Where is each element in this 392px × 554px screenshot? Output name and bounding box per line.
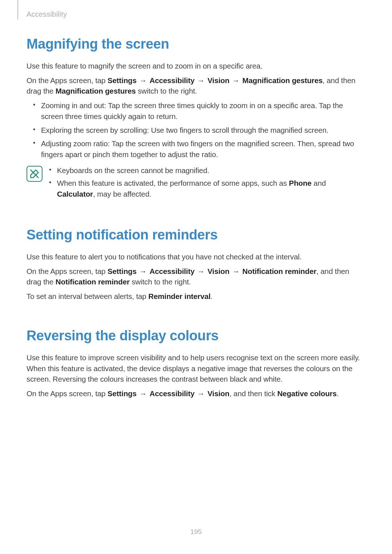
- nav-settings: Settings: [107, 389, 136, 398]
- magnify-nav-path: On the Apps screen, tap Settings → Acces…: [26, 75, 366, 97]
- text: On the Apps screen, tap: [26, 267, 107, 275]
- app-calculator: Calculator: [57, 190, 93, 198]
- text: switch to the right.: [136, 87, 197, 95]
- nav-settings: Settings: [107, 76, 136, 85]
- text: On the Apps screen, tap: [26, 76, 107, 85]
- text: , may be affected.: [93, 190, 151, 198]
- text: , and then tick: [229, 389, 277, 398]
- heading-magnify: Magnifying the screen: [26, 36, 366, 52]
- nav-settings: Settings: [107, 267, 136, 275]
- list-item: Adjusting zoom ratio: Tap the screen wit…: [41, 138, 366, 160]
- arrow-icon: →: [197, 266, 205, 277]
- nav-vision: Vision: [208, 76, 230, 85]
- page-number: 195: [0, 528, 392, 536]
- note-item: Keyboards on the screen cannot be magnif…: [57, 165, 366, 176]
- nav-accessibility: Accessibility: [150, 267, 195, 275]
- magnify-intro: Use this feature to magnify the screen a…: [26, 61, 366, 71]
- list-item: Zooming in and out: Tap the screen three…: [41, 100, 366, 122]
- breadcrumb: Accessibility: [26, 10, 67, 19]
- nav-notification-reminder-switch: Notification reminder: [56, 278, 130, 286]
- nav-accessibility: Accessibility: [150, 389, 195, 398]
- note-item: When this feature is activated, the perf…: [57, 178, 366, 199]
- heading-reminders: Setting notification reminders: [26, 227, 366, 243]
- nav-magnification-gestures-switch: Magnification gestures: [56, 87, 136, 95]
- reverse-intro: Use this feature to improve screen visib…: [26, 352, 366, 385]
- text: .: [337, 389, 339, 398]
- nav-accessibility: Accessibility: [150, 76, 195, 85]
- reminders-nav-path: On the Apps screen, tap Settings → Acces…: [26, 266, 366, 287]
- note-block: Keyboards on the screen cannot be magnif…: [26, 165, 366, 202]
- nav-vision: Vision: [208, 389, 230, 398]
- header-vertical-rule: [17, 0, 18, 20]
- arrow-icon: →: [139, 388, 147, 399]
- text: When this feature is activated, the perf…: [57, 179, 289, 187]
- reminder-interval: Reminder interval: [148, 292, 211, 300]
- text: and: [311, 179, 326, 187]
- arrow-icon: →: [197, 388, 205, 399]
- arrow-icon: →: [232, 75, 240, 86]
- nav-negative-colours: Negative colours: [277, 389, 337, 398]
- note-icon: [26, 166, 42, 182]
- nav-magnification-gestures: Magnification gestures: [242, 76, 323, 85]
- page-content: Magnifying the screen Use this feature t…: [26, 36, 366, 403]
- arrow-icon: →: [139, 75, 147, 86]
- text: .: [211, 292, 213, 300]
- reminders-intro: Use this feature to alert you to notific…: [26, 251, 366, 262]
- text: To set an interval between alerts, tap: [26, 292, 148, 300]
- list-item: Exploring the screen by scrolling: Use t…: [41, 125, 366, 136]
- heading-reverse-colours: Reversing the display colours: [26, 328, 366, 344]
- arrow-icon: →: [139, 266, 147, 277]
- nav-notification-reminder: Notification reminder: [242, 267, 317, 275]
- note-content: Keyboards on the screen cannot be magnif…: [49, 165, 366, 202]
- reminders-interval: To set an interval between alerts, tap R…: [26, 291, 366, 302]
- reverse-nav-path: On the Apps screen, tap Settings → Acces…: [26, 388, 366, 399]
- nav-vision: Vision: [208, 267, 230, 275]
- text: switch to the right.: [130, 278, 191, 286]
- app-phone: Phone: [289, 179, 311, 187]
- magnify-bullet-list: Zooming in and out: Tap the screen three…: [26, 100, 366, 160]
- arrow-icon: →: [232, 266, 240, 277]
- arrow-icon: →: [197, 75, 205, 86]
- text: On the Apps screen, tap: [26, 389, 107, 398]
